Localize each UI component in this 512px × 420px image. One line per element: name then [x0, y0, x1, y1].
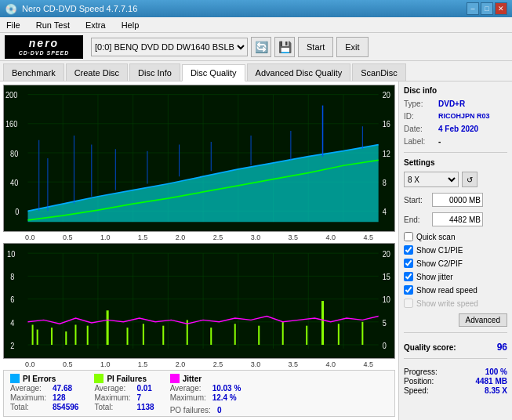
pi-errors-avg: 47.68	[53, 384, 72, 393]
position-row: Position: 4481 MB	[404, 377, 507, 386]
progress-row: Progress: 100 %	[404, 368, 507, 376]
jitter-color	[170, 374, 180, 383]
disc-id-row: ID: RICOHJPN R03	[404, 112, 507, 121]
svg-text:8: 8	[10, 272, 14, 281]
svg-text:0: 0	[383, 341, 387, 350]
chart-pi-errors: 200 160 80 40 0 20 16 12 8 4	[3, 85, 395, 232]
start-setting-row: Start:	[404, 193, 507, 207]
pi-failures-label: PI Failures	[107, 375, 147, 383]
titlebar: 💿 Nero CD-DVD Speed 4.7.7.16 – □ ✕	[0, 0, 512, 17]
disc-id-value: RICOHJPN R03	[438, 112, 490, 121]
advanced-button[interactable]: Advanced	[459, 313, 507, 327]
show-c1pie-label: Show C1/PIE	[416, 246, 463, 255]
speed-value: 8.35 X	[485, 386, 507, 395]
quality-score-label: Quality score:	[404, 343, 456, 352]
app-logo: nero CD·DVD SPEED	[5, 35, 83, 59]
tab-advanced-disc-quality[interactable]: Advanced Disc Quality	[247, 63, 351, 81]
refresh-button[interactable]: 🔄	[251, 37, 271, 57]
svg-text:16: 16	[383, 120, 391, 129]
tab-disc-quality[interactable]: Disc Quality	[182, 64, 245, 81]
svg-text:5: 5	[383, 318, 387, 328]
svg-text:2: 2	[10, 341, 14, 350]
progress-value: 100 %	[485, 368, 507, 376]
svg-text:12: 12	[383, 149, 390, 158]
position-value: 4481 MB	[475, 377, 507, 386]
show-c2pif-checkbox[interactable]	[404, 259, 413, 268]
pi-failures-color	[94, 374, 103, 383]
menu-file[interactable]: File	[3, 19, 24, 31]
divider3	[404, 358, 507, 359]
settings-title: Settings	[404, 158, 507, 167]
menu-extra[interactable]: Extra	[82, 19, 109, 31]
menubar: File Run Test Extra Help	[0, 17, 512, 33]
pi-failures-max: 7	[136, 393, 141, 402]
show-write-speed-label: Show write speed	[416, 299, 478, 308]
legend-pi-failures: PI Failures Average: 0.01 Maximum: 7 Tot…	[94, 374, 154, 413]
progress-section: Progress: 100 % Position: 4481 MB Speed:…	[404, 368, 507, 396]
right-panel: Disc info Type: DVD+R ID: RICOHJPN R03 D…	[398, 81, 512, 420]
disc-label-row: Label: -	[404, 137, 507, 146]
main-content: 200 160 80 40 0 20 16 12 8 4 0.0 0.5 1.0…	[0, 81, 512, 420]
show-read-speed-label: Show read speed	[416, 286, 478, 295]
chart-pi-failures: 10 8 6 4 2 20 15 10 5 0	[3, 243, 395, 359]
quality-score-row: Quality score: 96	[404, 342, 507, 353]
save-button[interactable]: 💾	[274, 37, 295, 57]
menu-run-test[interactable]: Run Test	[33, 19, 73, 31]
svg-text:6: 6	[10, 295, 14, 305]
legend: PI Errors Average: 47.68 Maximum: 128 To…	[3, 370, 395, 417]
po-failures-label: PO failures:	[170, 406, 211, 415]
tabs: Benchmark Create Disc Disc Info Disc Qua…	[0, 61, 512, 81]
tab-disc-info[interactable]: Disc Info	[129, 63, 180, 81]
svg-text:20: 20	[383, 249, 391, 259]
disc-type-value: DVD+R	[438, 100, 465, 108]
app-icon: 💿	[5, 3, 17, 15]
svg-text:40: 40	[10, 178, 19, 187]
tab-create-disc[interactable]: Create Disc	[66, 63, 128, 81]
toolbar: nero CD·DVD SPEED [0:0] BENQ DVD DD DW16…	[0, 33, 512, 61]
show-c2pif-row: Show C2/PIF	[404, 259, 507, 268]
refresh-settings-icon[interactable]: ↺	[462, 172, 478, 187]
pi-failures-total: 1138	[136, 403, 154, 411]
speed-setting-row: 8 X 4 X 6 X 12 X 16 X ↺	[404, 172, 507, 187]
pi-errors-total: 854596	[53, 403, 78, 411]
minimize-button[interactable]: –	[467, 2, 479, 15]
chart-area: 200 160 80 40 0 20 16 12 8 4 0.0 0.5 1.0…	[0, 81, 398, 420]
speed-row: Speed: 8.35 X	[404, 386, 507, 395]
menu-help[interactable]: Help	[118, 19, 143, 31]
quick-scan-label: Quick scan	[416, 233, 455, 241]
drive-select[interactable]: [0:0] BENQ DVD DD DW1640 BSLB	[91, 38, 248, 56]
show-read-speed-checkbox[interactable]	[404, 285, 413, 295]
legend-jitter: Jitter Average: 10.03 % Maximum: 12.4 % …	[170, 374, 241, 413]
end-setting-row: End:	[404, 212, 507, 226]
svg-text:0: 0	[15, 207, 20, 216]
show-jitter-label: Show jitter	[416, 273, 453, 281]
svg-text:8: 8	[383, 178, 387, 187]
show-jitter-row: Show jitter	[404, 272, 507, 281]
jitter-avg: 10.03 %	[212, 384, 241, 393]
svg-text:20: 20	[383, 91, 391, 100]
start-button[interactable]: Start	[298, 37, 333, 57]
quick-scan-row: Quick scan	[404, 232, 507, 241]
disc-info-title: Disc info	[404, 86, 507, 95]
po-failures-value: 0	[217, 406, 222, 415]
quick-scan-checkbox[interactable]	[404, 232, 413, 241]
close-button[interactable]: ✕	[495, 2, 507, 15]
maximize-button[interactable]: □	[481, 2, 493, 15]
exit-button[interactable]: Exit	[336, 37, 368, 57]
quality-score-value: 96	[497, 342, 507, 353]
show-c1pie-row: Show C1/PIE	[404, 245, 507, 255]
show-jitter-checkbox[interactable]	[404, 272, 413, 281]
chart2-x-labels: 0.0 0.5 1.0 1.5 2.0 2.5 3.0 3.5 4.0 4.5	[3, 360, 395, 368]
tab-scan-disc[interactable]: ScanDisc	[352, 63, 405, 81]
tab-benchmark[interactable]: Benchmark	[3, 63, 64, 81]
show-read-speed-row: Show read speed	[404, 285, 507, 295]
show-write-speed-checkbox	[404, 299, 413, 308]
chart1-x-labels: 0.0 0.5 1.0 1.5 2.0 2.5 3.0 3.5 4.0 4.5	[3, 234, 395, 241]
pi-errors-max: 128	[53, 393, 66, 402]
end-input[interactable]	[432, 212, 483, 226]
speed-select[interactable]: 8 X 4 X 6 X 12 X 16 X	[404, 172, 459, 187]
svg-text:15: 15	[383, 272, 391, 281]
show-c1pie-checkbox[interactable]	[404, 245, 413, 255]
start-input[interactable]	[432, 193, 483, 207]
jitter-max: 12.4 %	[212, 393, 237, 402]
